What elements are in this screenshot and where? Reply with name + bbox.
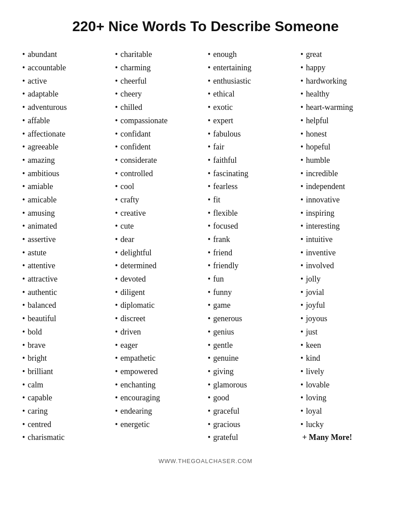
list-item: creative — [115, 207, 204, 220]
list-item: devoted — [115, 273, 204, 286]
list-item: friend — [208, 246, 296, 260]
list-item: cheerful — [115, 75, 204, 88]
list-item: great — [301, 48, 389, 61]
list-item: just — [301, 326, 389, 339]
list-item: independent — [301, 180, 389, 193]
word-column-col1: abundantaccountableactiveadaptableadvent… — [22, 48, 111, 444]
list-item: amiable — [22, 180, 111, 193]
list-item: driven — [115, 326, 204, 339]
list-item: delightful — [115, 246, 204, 260]
list-item: giving — [208, 365, 296, 379]
list-item: funny — [208, 286, 296, 299]
list-item: centred — [22, 418, 111, 431]
list-item: abundant — [22, 48, 111, 61]
list-item: brilliant — [22, 365, 111, 379]
list-item: assertive — [22, 233, 111, 246]
list-item: dear — [115, 233, 204, 246]
list-item: friendly — [208, 259, 296, 273]
list-item: good — [208, 391, 296, 405]
list-item: involved — [301, 259, 389, 273]
list-item: incredible — [301, 167, 389, 181]
list-item: cute — [115, 220, 204, 233]
list-item: cheery — [115, 88, 204, 101]
list-item: joyous — [301, 312, 389, 326]
list-item: focused — [208, 220, 296, 233]
list-item: calm — [22, 379, 111, 392]
list-item: healthy — [301, 88, 389, 101]
list-item: humble — [301, 154, 389, 167]
list-item: interesting — [301, 220, 389, 233]
list-item: amicable — [22, 193, 111, 207]
list-item: balanced — [22, 299, 111, 312]
list-item: generous — [208, 312, 296, 326]
list-item: agreeable — [22, 141, 111, 154]
list-item: eager — [115, 339, 204, 352]
list-item: fun — [208, 273, 296, 286]
list-item: compassionate — [115, 114, 204, 128]
list-item: innovative — [301, 193, 389, 207]
footer-url: WWW.THEGOALCHASER.COM — [22, 458, 389, 464]
list-item: empowered — [115, 365, 204, 379]
list-item: authentic — [22, 286, 111, 299]
word-column-col2: charitablecharmingcheerfulcheerychilledc… — [115, 48, 204, 431]
list-item: inventive — [301, 246, 389, 260]
list-item: helpful — [301, 114, 389, 128]
list-item: caring — [22, 405, 111, 418]
list-item: adventurous — [22, 101, 111, 114]
word-column-col3: enoughentertainingenthusiasticethicalexo… — [208, 48, 296, 444]
list-item: fabulous — [208, 128, 296, 141]
list-item: attentive — [22, 259, 111, 273]
list-item: entertaining — [208, 61, 296, 75]
list-item: jovial — [301, 286, 389, 299]
list-item: lively — [301, 365, 389, 379]
list-item: frank — [208, 233, 296, 246]
list-item: honest — [301, 128, 389, 141]
list-item: loyal — [301, 405, 389, 418]
list-item: cool — [115, 180, 204, 193]
list-item: fearless — [208, 180, 296, 193]
list-item: fair — [208, 141, 296, 154]
list-item: encouraging — [115, 391, 204, 405]
list-item: attractive — [22, 273, 111, 286]
list-item: grateful — [208, 431, 296, 444]
word-column-col4: greathappyhardworkinghealthyheart-warmin… — [301, 48, 389, 442]
list-item: enough — [208, 48, 296, 61]
list-item: chilled — [115, 101, 204, 114]
list-item: crafty — [115, 193, 204, 207]
list-item: diplomatic — [115, 299, 204, 312]
list-item: brave — [22, 339, 111, 352]
list-item: ambitious — [22, 167, 111, 181]
list-item: empathetic — [115, 352, 204, 365]
list-item: confidant — [115, 128, 204, 141]
list-item: exotic — [208, 101, 296, 114]
list-item: charming — [115, 61, 204, 75]
list-item: controlled — [115, 167, 204, 181]
list-item: kind — [301, 352, 389, 365]
list-item: confident — [115, 141, 204, 154]
list-item: glamorous — [208, 379, 296, 392]
list-item: lucky — [301, 418, 389, 431]
list-item: heart-warming — [301, 101, 389, 114]
list-item: lovable — [301, 379, 389, 392]
list-item: bold — [22, 326, 111, 339]
list-item: affectionate — [22, 128, 111, 141]
list-item: hopeful — [301, 141, 389, 154]
list-item: adaptable — [22, 88, 111, 101]
list-item: animated — [22, 220, 111, 233]
list-item: jolly — [301, 273, 389, 286]
list-item: graceful — [208, 405, 296, 418]
list-item: joyful — [301, 299, 389, 312]
list-item: charismatic — [22, 431, 111, 444]
list-item: faithful — [208, 154, 296, 167]
page-title: 220+ Nice Words To Describe Someone — [22, 18, 389, 35]
list-item: game — [208, 299, 296, 312]
more-label: + Many More! — [301, 433, 389, 442]
list-item: inspiring — [301, 207, 389, 220]
list-item: endearing — [115, 405, 204, 418]
list-item: fit — [208, 193, 296, 207]
list-item: amusing — [22, 207, 111, 220]
list-item: gracious — [208, 418, 296, 431]
list-item: gentle — [208, 339, 296, 352]
list-item: bright — [22, 352, 111, 365]
list-item: expert — [208, 114, 296, 128]
